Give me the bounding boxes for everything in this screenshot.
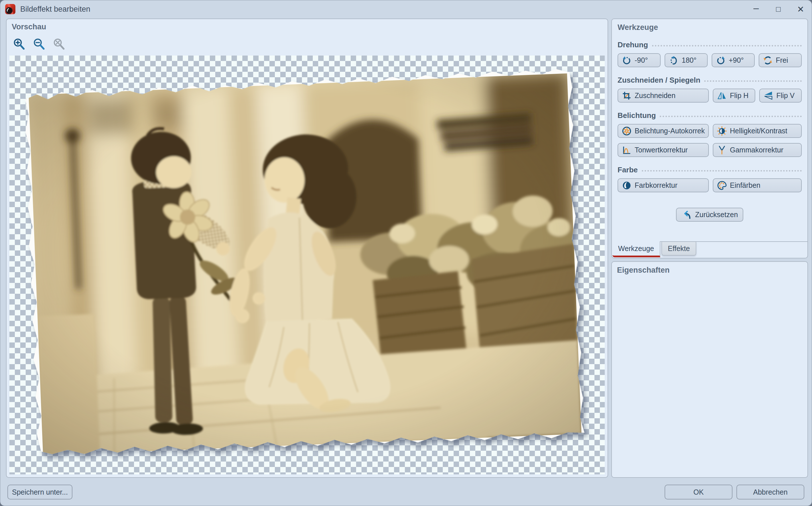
section-zuschneiden-spiegeln: Zuschneiden / Spiegeln [617,76,802,85]
rotate-ccw-icon [621,55,632,66]
section-label: Belichtung [617,111,656,120]
minimize-button[interactable]: – [745,0,767,18]
zoom-in-icon[interactable] [12,37,26,52]
brightness-contrast-button[interactable]: Helligkeit/Kontrast [713,124,802,138]
levels-histogram-icon [621,145,632,155]
section-label: Drehung [617,40,648,49]
flip-horizontal-icon [717,91,727,101]
section-farbe: Farbe [617,166,802,174]
cancel-button[interactable]: Abbrechen [736,485,804,499]
reset-button[interactable]: Zurücksetzen [676,208,743,222]
properties-panel-title: Eigenschaften [617,266,670,275]
section-belichtung: Belichtung [617,111,802,120]
close-button[interactable]: ✕ [790,0,812,18]
rotation-button-row: -90° 180° [617,53,802,67]
tint-button[interactable]: Einfärben [713,178,802,192]
preview-panel-title: Vorschau [12,22,46,31]
button-label: Farbkorrektur [635,181,677,189]
button-label: Zurücksetzen [695,210,738,219]
app-icon [5,4,16,14]
rotate-free-button[interactable]: Frei [759,53,802,67]
color-button-row: Farbkorrektur Einfärben [617,178,802,192]
button-label: 180° [682,56,696,64]
zoom-fit-icon[interactable] [52,37,66,52]
preview-panel: Vorschau [6,18,608,478]
tools-panel-content: Werkzeuge Drehung -90° [612,20,807,257]
reset-arrow-icon [681,209,692,220]
tools-panel-title: Werkzeuge [617,23,802,32]
photo-with-torn-edges [20,64,590,465]
save-as-button[interactable]: Speichern unter... [7,485,72,499]
button-label: Zuschneiden [635,91,675,100]
dialog-window: Bildeffekt bearbeiten – □ ✕ Vorschau [0,0,812,506]
dotted-separator [652,45,802,47]
flip-horizontal-button[interactable]: Flip H [713,89,755,102]
maximize-button[interactable]: □ [767,0,790,18]
flip-vertical-icon [763,91,773,101]
dotted-separator [660,116,802,117]
tools-panel: Werkzeuge Drehung -90° [611,18,808,258]
button-label: Belichtung-Autokorrektur [635,127,705,135]
button-label: -90° [635,56,648,64]
gamma-button[interactable]: Gammakorrektur [713,143,802,157]
dotted-separator [704,80,802,82]
button-label: Einfärben [730,181,760,189]
rotate-180-icon [669,55,679,66]
title-bar[interactable]: Bildeffekt bearbeiten – □ ✕ [0,0,812,18]
crop-button[interactable]: Zuschneiden [617,89,709,102]
rotate-180-button[interactable]: 180° [665,53,708,67]
exposure-button-row-2: Tonwertkorrektur Gammakorrektur [617,143,802,157]
crop-mirror-button-row: Zuschneiden Flip H [617,89,802,102]
preview-photo [28,74,581,455]
tools-tab-strip: Werkzeuge Effekte [612,241,807,258]
zoom-out-icon[interactable] [32,37,47,52]
crop-icon [621,91,632,101]
aperture-icon [621,126,632,136]
torn-paper-border [20,64,590,465]
reset-row: Zurücksetzen [617,208,802,222]
section-label: Farbe [617,166,638,174]
rotate-minus-90-button[interactable]: -90° [617,53,661,67]
palette-icon [717,180,727,191]
rotate-cw-icon [716,55,726,66]
button-label: Frei [776,56,788,64]
exposure-autocorrect-button[interactable]: Belichtung-Autokorrektur [617,124,709,138]
transparency-checkerboard [9,56,605,475]
properties-panel: Eigenschaften [611,261,808,478]
button-label: Flip V [777,91,795,100]
button-label: +90° [729,56,744,64]
window-controls: – □ ✕ [745,0,812,18]
section-label: Zuschneiden / Spiegeln [617,76,700,85]
window-title: Bildeffekt bearbeiten [20,5,90,14]
exposure-button-row-1: Belichtung-Autokorrektur [617,124,802,138]
rotate-plus-90-button[interactable]: +90° [712,53,755,67]
tab-effekte[interactable]: Effekte [661,242,696,256]
brightness-contrast-icon [717,126,727,136]
button-label: Flip H [730,91,748,100]
button-label: Gammakorrektur [730,146,784,154]
gamma-icon [717,145,727,155]
color-correction-button[interactable]: Farbkorrektur [617,178,709,192]
ok-button[interactable]: OK [665,485,732,499]
dotted-separator [642,170,802,172]
levels-button[interactable]: Tonwertkorrektur [617,143,709,157]
flip-vertical-button[interactable]: Flip V [759,89,802,102]
button-label: Tonwertkorrektur [635,146,688,154]
section-drehung: Drehung [617,40,802,49]
button-label: Helligkeit/Kontrast [730,127,787,135]
rotate-free-icon [763,55,773,66]
color-wheel-icon [621,180,632,191]
tab-werkzeuge[interactable]: Werkzeuge [612,241,660,257]
preview-zoom-toolbar [12,37,66,52]
